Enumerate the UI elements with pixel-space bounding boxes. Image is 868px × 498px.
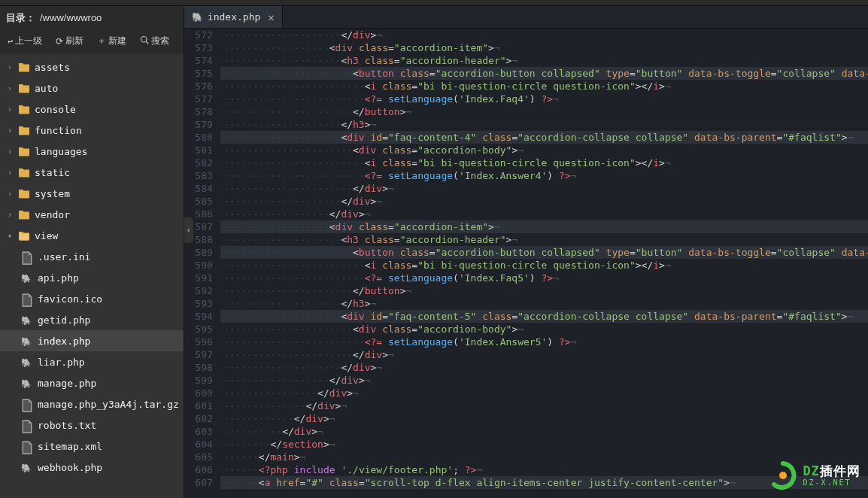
folder-item-console[interactable]: ›console: [0, 99, 184, 120]
file-item--user-ini[interactable]: .user.ini: [0, 246, 184, 267]
code-line[interactable]: 599··················</div>¬: [184, 374, 868, 387]
elephant-icon: 🐘: [21, 462, 33, 472]
folder-item-function[interactable]: ›function: [0, 120, 184, 141]
folder-item-system[interactable]: ›system: [0, 183, 184, 204]
code-line[interactable]: 575······················<button class="…: [184, 67, 868, 80]
up-icon: ↩: [8, 36, 13, 47]
code-line[interactable]: 607······<a href="#" class="scroll-top d…: [184, 476, 868, 489]
code-line[interactable]: 598····················</div>¬: [184, 361, 868, 374]
code-line[interactable]: 585····················</div>¬: [184, 195, 868, 208]
code-line[interactable]: 581······················<div class="acc…: [184, 144, 868, 156]
code-line[interactable]: 595······················<div class="acc…: [184, 323, 868, 336]
code-line[interactable]: 596························<?= setLangua…: [184, 336, 868, 348]
code-line[interactable]: 578······················</button>¬: [184, 105, 868, 118]
folder-item-static[interactable]: ›static: [0, 162, 184, 183]
chevron-right-icon: ›: [8, 105, 17, 114]
code-content: ······················<button class="acc…: [220, 246, 868, 259]
code-line[interactable]: 584······················</div>¬: [184, 182, 868, 195]
code-line[interactable]: 577························<?= setLangua…: [184, 93, 868, 105]
folder-label: view: [35, 230, 58, 241]
code-line[interactable]: 582························<i class="bi …: [184, 156, 868, 169]
code-line[interactable]: 590························<i class="bi …: [184, 259, 868, 272]
code-line[interactable]: 604········</section>¬: [184, 438, 868, 451]
code-line[interactable]: 579····················</h3>¬: [184, 118, 868, 131]
search-button[interactable]: 搜索: [137, 32, 172, 50]
folder-item-view[interactable]: ▾view: [0, 225, 184, 246]
line-number: 576: [184, 80, 220, 93]
file-icon: [21, 441, 33, 451]
file-item-favicon-ico[interactable]: favicon.ico: [0, 288, 184, 309]
file-item-webhook-php[interactable]: 🐘webhook.php: [0, 457, 184, 478]
refresh-icon: ⟳: [56, 36, 63, 47]
folder-label: static: [35, 167, 70, 178]
code-line[interactable]: 605······</main>¬: [184, 451, 868, 463]
search-label: 搜索: [151, 35, 169, 47]
tab-bar: 🐘 index.php ✕: [184, 6, 868, 29]
folder-item-auto[interactable]: ›auto: [0, 77, 184, 99]
file-item-getid-php[interactable]: 🐘getid.php: [0, 309, 184, 330]
folder-item-vendor[interactable]: ›vendor: [0, 204, 184, 225]
svg-point-0: [141, 37, 147, 43]
code-line[interactable]: 586··················</div>¬: [184, 208, 868, 220]
file-item-manage-php[interactable]: 🐘manage.php: [0, 372, 184, 393]
tab-index-php[interactable]: 🐘 index.php ✕: [184, 6, 283, 28]
folder-icon: [18, 125, 30, 135]
code-line[interactable]: 591························<?= setLangua…: [184, 272, 868, 284]
code-line[interactable]: 592······················</button>¬: [184, 284, 868, 297]
folder-icon: [18, 188, 30, 199]
refresh-label: 刷新: [65, 35, 83, 47]
code-line[interactable]: 573··················<div class="accordi…: [184, 41, 868, 54]
code-line[interactable]: 603··········</div>¬: [184, 425, 868, 438]
file-sidebar: 目录： ↩ 上一级 ⟳ 刷新 ＋ 新建 搜索 ›assets›au: [0, 6, 184, 498]
code-content: ····················</h3>¬: [220, 297, 868, 310]
code-content: ····················<h3 class="accordion…: [220, 54, 868, 67]
code-content: ······</main>¬: [220, 451, 868, 463]
file-item-api-php[interactable]: 🐘api.php: [0, 267, 184, 288]
code-line[interactable]: 600················</div>¬: [184, 387, 868, 399]
file-toolbar: ↩ 上一级 ⟳ 刷新 ＋ 新建 搜索: [0, 29, 184, 53]
code-line[interactable]: 589······················<button class="…: [184, 246, 868, 259]
folder-item-assets[interactable]: ›assets: [0, 56, 184, 77]
up-button[interactable]: ↩ 上一级: [5, 32, 45, 50]
file-item-index-php[interactable]: 🐘index.php: [0, 330, 184, 351]
code-line[interactable]: 574····················<h3 class="accord…: [184, 54, 868, 67]
code-line[interactable]: 572····················</div>¬: [184, 29, 868, 41]
code-line[interactable]: 576························<i class="bi …: [184, 80, 868, 93]
file-tree[interactable]: ›assets›auto›console›function›languages›…: [0, 53, 184, 498]
code-line[interactable]: 602············</div>¬: [184, 412, 868, 425]
line-number: 606: [184, 463, 220, 476]
sidebar-collapse-handle[interactable]: ‹: [184, 217, 194, 244]
code-content: ··················<div class="accordion-…: [220, 220, 868, 233]
new-button[interactable]: ＋ 新建: [94, 32, 129, 50]
file-item-liar-php[interactable]: 🐘liar.php: [0, 351, 184, 372]
refresh-button[interactable]: ⟳ 刷新: [53, 32, 86, 50]
folder-label: console: [35, 104, 76, 115]
code-line[interactable]: 588····················<h3 class="accord…: [184, 233, 868, 246]
up-label: 上一级: [15, 35, 42, 47]
code-line[interactable]: 597······················</div>¬: [184, 348, 868, 361]
code-line[interactable]: 601··············</div>¬: [184, 399, 868, 412]
chevron-right-icon: ›: [8, 190, 17, 198]
folder-icon: [18, 146, 30, 156]
code-line[interactable]: 587··················<div class="accordi…: [184, 220, 868, 233]
code-content: ······················<div class="accord…: [220, 323, 868, 336]
path-input[interactable]: [37, 11, 178, 25]
code-editor[interactable]: 572····················</div>¬573·······…: [184, 29, 868, 498]
code-line[interactable]: 606······<?php include './view/footer.ph…: [184, 463, 868, 476]
file-item-manage-php-y3aA4j-tar-gz[interactable]: manage.php_y3aA4j.tar.gz: [0, 393, 184, 414]
code-line[interactable]: 593····················</h3>¬: [184, 297, 868, 310]
folder-label: languages: [35, 146, 87, 157]
file-item-sitemap-xml[interactable]: sitemap.xml: [0, 436, 184, 457]
close-icon[interactable]: ✕: [268, 11, 274, 23]
main-row: 目录： ↩ 上一级 ⟳ 刷新 ＋ 新建 搜索 ›assets›au: [0, 6, 868, 498]
file-item-robots-txt[interactable]: robots.txt: [0, 414, 184, 436]
code-line[interactable]: 580····················<div id="faq-cont…: [184, 131, 868, 144]
folder-label: vendor: [35, 209, 70, 220]
tab-filename: index.php: [208, 11, 260, 23]
folder-item-languages[interactable]: ›languages: [0, 141, 184, 162]
code-line[interactable]: 583························<?= setLangua…: [184, 169, 868, 182]
line-number: 583: [184, 169, 220, 182]
code-line[interactable]: 594····················<div id="faq-cont…: [184, 310, 868, 323]
elephant-icon: 🐘: [192, 12, 203, 23]
chevron-right-icon: ›: [8, 63, 17, 71]
